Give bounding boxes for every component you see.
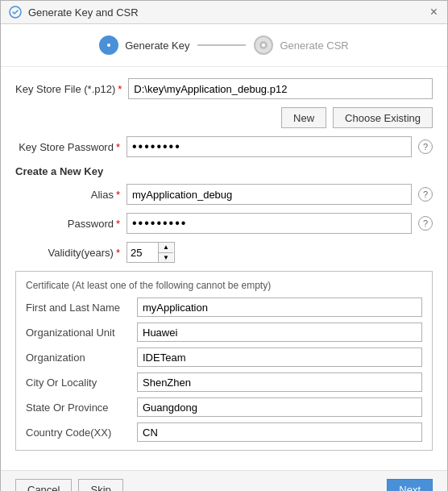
cancel-button[interactable]: Cancel	[15, 479, 72, 491]
cert-city-row: City Or Locality	[26, 372, 422, 392]
step1-label: Generate Key	[125, 40, 189, 52]
keystore-file-input[interactable]	[128, 78, 433, 99]
cert-org-unit-input[interactable]	[137, 322, 422, 342]
cert-first-last-name-row: First and Last Name	[26, 298, 422, 317]
create-new-key-title: Create a New Key	[15, 165, 433, 177]
cert-org-row: Organization	[26, 347, 422, 367]
step-connector	[197, 44, 246, 46]
svg-point-2	[107, 44, 110, 47]
cert-country-label: Country Code(XX)	[26, 427, 131, 439]
cert-org-unit-label: Organizational Unit	[26, 327, 131, 339]
alias-input[interactable]	[127, 184, 412, 205]
validity-spinner-buttons: ▲ ▼	[158, 243, 173, 262]
validity-input[interactable]	[127, 243, 158, 262]
alias-label: Alias*	[15, 189, 120, 201]
steps-bar: Generate Key Generate CSR	[1, 24, 447, 67]
step1-circle	[99, 35, 118, 55]
step-generate-key: Generate Key	[99, 35, 189, 55]
keystore-password-label: Key Store Password*	[15, 141, 120, 153]
certificate-section: Certificate (At least one of the followi…	[15, 271, 433, 451]
dialog-footer: Cancel Skip Next	[1, 470, 447, 491]
validity-row: Validity(years)* ▲ ▼	[15, 242, 433, 263]
keystore-file-row: Key Store File (*.p12)*	[15, 78, 433, 99]
cert-first-last-name-input[interactable]	[137, 298, 422, 317]
cert-org-unit-row: Organizational Unit	[26, 322, 422, 342]
next-button[interactable]: Next	[387, 479, 433, 491]
validity-decrement-button[interactable]: ▼	[159, 253, 173, 263]
password-row: Password* ?	[15, 213, 433, 234]
skip-button[interactable]: Skip	[78, 479, 122, 491]
choose-existing-button[interactable]: Choose Existing	[333, 107, 433, 128]
step2-label: Generate CSR	[280, 40, 348, 52]
keystore-password-help-icon[interactable]: ?	[418, 139, 433, 154]
keystore-buttons-row: New Choose Existing	[15, 107, 433, 128]
footer-left-buttons: Cancel Skip	[15, 479, 123, 491]
cert-org-input[interactable]	[137, 347, 422, 367]
keystore-password-row: Key Store Password* ?	[15, 136, 433, 157]
keystore-password-input[interactable]	[127, 136, 412, 157]
cert-state-input[interactable]	[137, 397, 422, 417]
cert-country-row: Country Code(XX)	[26, 422, 422, 442]
dialog-content: Key Store File (*.p12)* New Choose Exist…	[1, 67, 447, 470]
app-icon	[9, 6, 22, 19]
close-button[interactable]: ×	[429, 6, 439, 19]
svg-point-4	[262, 44, 265, 47]
password-input[interactable]	[127, 213, 412, 234]
certificate-box-title: Certificate (At least one of the followi…	[26, 280, 422, 291]
alias-help-icon[interactable]: ?	[418, 187, 433, 202]
new-button[interactable]: New	[281, 107, 326, 128]
cert-org-label: Organization	[26, 352, 131, 364]
generate-key-csr-dialog: Generate Key and CSR × Generate Key Gene…	[0, 0, 448, 491]
title-bar: Generate Key and CSR ×	[1, 1, 447, 24]
dialog-title: Generate Key and CSR	[28, 6, 422, 19]
step-generate-csr: Generate CSR	[254, 35, 348, 55]
password-label: Password*	[15, 218, 120, 230]
cert-state-label: State Or Province	[26, 402, 131, 414]
keystore-file-label: Key Store File (*.p12)*	[15, 83, 122, 95]
step2-circle	[254, 35, 273, 55]
password-help-icon[interactable]: ?	[418, 216, 433, 231]
alias-row: Alias* ?	[15, 184, 433, 205]
cert-state-row: State Or Province	[26, 397, 422, 417]
cert-city-label: City Or Locality	[26, 377, 131, 389]
validity-spinner: ▲ ▼	[127, 242, 175, 263]
cert-city-input[interactable]	[137, 372, 422, 392]
validity-label: Validity(years)*	[15, 247, 120, 259]
cert-first-last-name-label: First and Last Name	[26, 302, 131, 314]
cert-country-input[interactable]	[137, 422, 422, 442]
validity-increment-button[interactable]: ▲	[159, 243, 173, 253]
